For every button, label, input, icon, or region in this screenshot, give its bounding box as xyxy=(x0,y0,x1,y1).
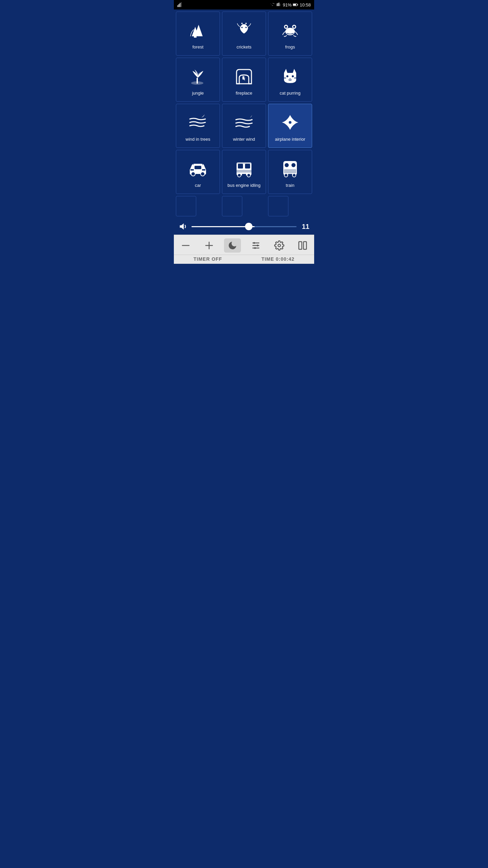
battery-level: 91% xyxy=(283,2,291,7)
svg-rect-10 xyxy=(298,4,298,5)
crickets-label: crickets xyxy=(237,44,251,50)
volume-icon xyxy=(179,222,188,231)
plus-icon xyxy=(204,240,214,251)
svg-point-39 xyxy=(247,174,250,177)
svg-point-16 xyxy=(241,23,243,24)
forest-label: forest xyxy=(192,44,204,50)
svg-point-14 xyxy=(241,27,243,28)
sound-card-partial-3[interactable] xyxy=(268,196,288,216)
svg-point-27 xyxy=(289,78,291,80)
sound-card-jungle[interactable]: jungle xyxy=(176,58,220,102)
fireplace-icon xyxy=(233,65,255,87)
svg-rect-60 xyxy=(299,242,302,250)
svg-point-47 xyxy=(292,174,296,177)
timer-status: TIMER OFF xyxy=(194,256,222,262)
status-footer: TIMER OFF TIME 0:00:42 xyxy=(174,255,314,264)
svg-rect-61 xyxy=(303,242,306,250)
jungle-label: jungle xyxy=(192,91,204,96)
svg-rect-9 xyxy=(293,4,296,6)
svg-point-38 xyxy=(238,174,241,177)
sound-card-crickets[interactable]: crickets xyxy=(222,12,266,56)
clock: 10:58 xyxy=(300,2,311,7)
forest-icon xyxy=(187,19,209,41)
filters-button[interactable] xyxy=(247,238,264,253)
status-left xyxy=(177,2,183,7)
svg-rect-1 xyxy=(179,4,179,7)
sound-card-bus[interactable]: bus engine idling xyxy=(222,150,266,194)
sound-card-wind-trees[interactable]: wind in trees xyxy=(176,104,220,148)
svg-rect-13 xyxy=(194,36,197,38)
svg-rect-37 xyxy=(237,170,251,173)
sound-card-partial-1[interactable] xyxy=(176,196,196,216)
airplane-label: airplane interior xyxy=(275,137,305,142)
winter-wind-label: winter wind xyxy=(233,137,255,142)
svg-rect-2 xyxy=(180,3,180,7)
time-status: TIME 0:00:42 xyxy=(261,256,294,262)
sound-card-cat[interactable]: cat purring xyxy=(268,58,312,102)
bottom-toolbar xyxy=(174,235,314,255)
bus-icon xyxy=(233,158,255,179)
volume-number: 11 xyxy=(300,223,309,231)
sound-grid: forest crickets fro xyxy=(174,9,314,218)
sound-card-frogs[interactable]: frogs xyxy=(268,12,312,56)
cat-icon xyxy=(279,65,301,87)
car-icon xyxy=(187,158,209,179)
status-right: 91% 10:58 xyxy=(270,2,311,7)
volume-bar: 11 xyxy=(174,218,314,235)
svg-point-56 xyxy=(253,242,255,244)
sound-card-partial-2[interactable] xyxy=(222,196,242,216)
plus-button[interactable] xyxy=(201,238,218,253)
columns-icon xyxy=(298,240,308,251)
svg-point-28 xyxy=(289,121,291,124)
svg-rect-48 xyxy=(288,174,292,175)
gear-icon xyxy=(274,240,284,251)
car-label: car xyxy=(195,183,201,188)
moon-icon xyxy=(227,240,238,251)
volume-slider[interactable] xyxy=(191,226,297,227)
bus-label: bus engine idling xyxy=(227,183,261,188)
svg-rect-6 xyxy=(279,3,280,6)
svg-point-26 xyxy=(292,75,294,77)
svg-rect-0 xyxy=(178,5,178,7)
svg-rect-24 xyxy=(197,78,198,84)
svg-rect-45 xyxy=(284,169,296,173)
svg-rect-4 xyxy=(277,3,278,6)
train-icon xyxy=(279,158,301,179)
svg-rect-41 xyxy=(237,162,251,164)
frogs-label: frogs xyxy=(285,44,295,50)
airplane-icon xyxy=(279,112,301,133)
svg-rect-35 xyxy=(238,164,243,169)
sound-card-forest[interactable]: forest xyxy=(176,12,220,56)
crickets-icon xyxy=(233,19,255,41)
svg-rect-5 xyxy=(278,3,279,6)
svg-rect-31 xyxy=(195,166,201,169)
svg-point-57 xyxy=(257,245,258,246)
svg-rect-3 xyxy=(181,2,182,7)
columns-button[interactable] xyxy=(294,238,311,253)
jungle-icon xyxy=(187,65,209,87)
svg-rect-36 xyxy=(245,164,250,169)
svg-point-58 xyxy=(254,247,256,249)
svg-point-29 xyxy=(191,172,195,176)
svg-marker-49 xyxy=(180,223,184,230)
svg-point-59 xyxy=(278,244,281,247)
svg-point-15 xyxy=(245,27,247,28)
sound-card-fireplace[interactable]: fireplace xyxy=(222,58,266,102)
svg-point-17 xyxy=(245,23,247,24)
cat-label: cat purring xyxy=(280,91,300,96)
svg-point-25 xyxy=(286,75,288,77)
settings-button[interactable] xyxy=(271,238,288,253)
svg-rect-7 xyxy=(280,4,281,6)
minus-button[interactable] xyxy=(177,238,194,253)
sound-card-train[interactable]: train xyxy=(268,150,312,194)
sound-card-winter-wind[interactable]: winter wind xyxy=(222,104,266,148)
night-button[interactable] xyxy=(224,238,241,253)
wind-trees-icon xyxy=(187,112,209,133)
frogs-icon xyxy=(279,19,301,41)
fireplace-label: fireplace xyxy=(236,91,252,96)
svg-rect-52 xyxy=(208,242,209,250)
sound-card-car[interactable]: car xyxy=(176,150,220,194)
svg-rect-33 xyxy=(202,169,205,171)
sound-card-airplane[interactable]: airplane interior xyxy=(268,104,312,148)
wind-trees-label: wind in trees xyxy=(186,137,210,142)
